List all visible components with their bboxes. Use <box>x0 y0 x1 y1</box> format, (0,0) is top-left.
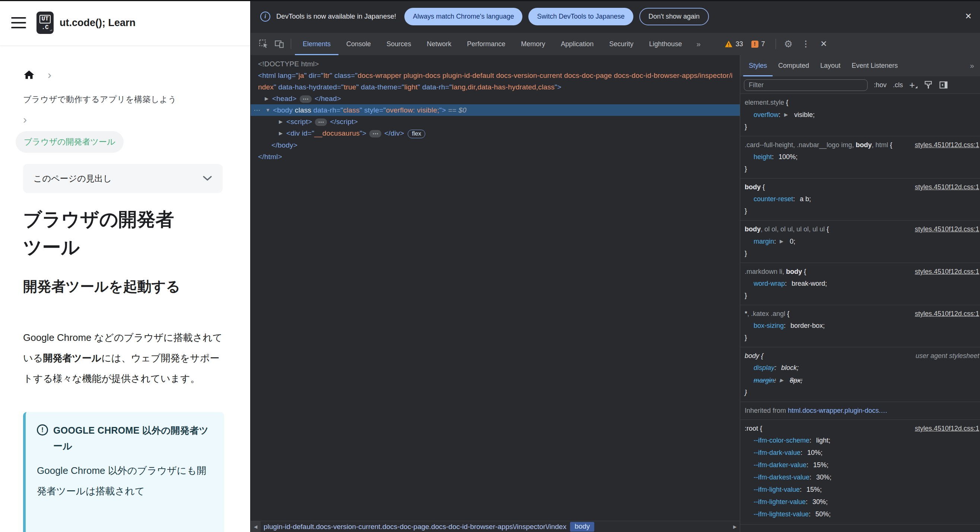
expand-arrow-icon[interactable]: ▶ <box>265 93 272 104</box>
inspect-element-icon[interactable] <box>256 36 271 52</box>
expand-arrow-icon[interactable]: ▶ <box>784 112 788 117</box>
tab-elements[interactable]: Elements <box>295 33 339 55</box>
settings-gear-icon[interactable]: ⚙ <box>780 38 797 50</box>
css-declaration[interactable]: counter-reset:a b; <box>740 193 980 205</box>
expand-arrow-icon[interactable]: ▶ <box>780 377 783 383</box>
doc-content: › ブラウザで動作するアプリを構築しよう › ブラウザの開発者ツール このページ… <box>0 69 250 532</box>
expand-ellipsis-icon[interactable]: ⋯ <box>300 96 312 103</box>
css-selector[interactable]: .markdown li, body { <box>745 266 912 277</box>
inherited-node-link[interactable]: html.docs-wrapper.plugin-docs.… <box>788 407 887 414</box>
dom-tree-node[interactable]: </body> <box>251 139 740 151</box>
stylesheet-link[interactable]: styles.4510f12d.css:1 <box>915 308 979 320</box>
tabbar-controls: ⚙ ⋮ ✕ <box>772 38 833 50</box>
css-declaration[interactable]: word-wrap:break-word; <box>740 277 980 290</box>
tab-performance[interactable]: Performance <box>459 33 513 55</box>
stylesheet-link[interactable]: styles.4510f12d.css:1 <box>915 266 979 277</box>
breadcrumb-current[interactable]: ブラウザの開発者ツール <box>16 131 124 153</box>
breadcrumb-scroll-right-icon[interactable]: ▶ <box>730 521 740 532</box>
tab-layout[interactable]: Layout <box>815 55 846 76</box>
dom-tree-node[interactable]: <!DOCTYPE html> <box>251 58 740 70</box>
device-toolbar-icon[interactable] <box>271 36 287 52</box>
tab-event-listeners[interactable]: Event Listeners <box>846 55 903 76</box>
breadcrumb-scroll-left-icon[interactable]: ◀ <box>251 521 261 532</box>
css-selector[interactable]: element.style { <box>745 97 979 108</box>
dom-tree-node[interactable]: </html> <box>251 151 740 162</box>
flex-adorner-badge[interactable]: flex <box>408 130 425 138</box>
dont-show-again-button[interactable]: Don't show again <box>639 8 709 25</box>
css-declaration[interactable]: margin:▶8px; <box>740 374 980 387</box>
expand-ellipsis-icon[interactable]: ⋯ <box>315 118 327 126</box>
css-declaration[interactable]: --ifm-darker-value:15%; <box>740 459 980 471</box>
dom-tree-node-selected[interactable]: ⋯▼<body class data-rh="class" style="ove… <box>251 104 740 116</box>
expand-arrow-icon[interactable]: ▼ <box>266 104 273 116</box>
tab-memory[interactable]: Memory <box>513 33 553 55</box>
css-selector[interactable]: body { <box>745 350 913 362</box>
expand-ellipsis-icon[interactable]: ⋯ <box>369 130 381 137</box>
expand-arrow-icon[interactable]: ▶ <box>279 127 286 139</box>
css-declaration[interactable]: height:100%; <box>740 151 980 163</box>
logo-return-icon: ⏎ <box>50 28 52 33</box>
tab-network[interactable]: Network <box>419 33 459 55</box>
stylesheet-link[interactable]: styles.4510f12d.css:1 <box>915 181 979 193</box>
tab-styles[interactable]: Styles <box>743 55 773 76</box>
toc-collapsible[interactable]: このページの見出し <box>23 164 223 193</box>
page-title: ブラウザの開発者ツール <box>23 205 183 261</box>
dom-tree-node[interactable]: ▶<script>⋯</script> <box>251 116 740 127</box>
dom-breadcrumb-bar: ◀ plugin-id-default.docs-version-current… <box>251 521 740 532</box>
css-declaration[interactable]: --ifm-dark-value:10%; <box>740 447 980 459</box>
css-declaration[interactable]: --ifm-color-scheme:light; <box>740 435 980 447</box>
css-declaration[interactable]: overflow:▶visible; <box>740 108 980 121</box>
tab-security[interactable]: Security <box>601 33 641 55</box>
css-declaration[interactable]: --ifm-lighter-value:30%; <box>740 496 980 508</box>
css-declaration[interactable]: box-sizing:border-box; <box>740 320 980 332</box>
breadcrumb-separator: › <box>48 69 51 80</box>
tab-sources[interactable]: Sources <box>379 33 419 55</box>
expand-arrow-icon[interactable]: ▶ <box>279 116 286 127</box>
warnings-badge[interactable]: 33 ! 7 <box>725 40 765 48</box>
css-rule: element.style {overflow:▶visible;} <box>740 94 980 136</box>
toggle-classes[interactable]: .cls <box>893 81 903 89</box>
breadcrumb-item[interactable]: ブラウザで動作するアプリを構築しよう <box>23 94 250 105</box>
css-declaration[interactable]: --ifm-darkest-value:30%; <box>740 471 980 484</box>
css-selector[interactable]: body, ol ol, ol ul, ul ol, ul ul { <box>745 223 912 235</box>
styles-filter-input[interactable] <box>744 80 867 91</box>
always-match-language-button[interactable]: Always match Chrome's language <box>404 8 523 25</box>
new-style-rule-icon[interactable]: + <box>909 81 918 89</box>
stylesheet-link[interactable]: styles.4510f12d.css:1 <box>915 139 979 151</box>
alert-circle-icon: ! <box>37 424 48 435</box>
stylesheet-link[interactable]: styles.4510f12d.css:1 <box>915 223 979 235</box>
css-declaration[interactable]: --ifm-lightest-value:50%; <box>740 508 980 521</box>
more-sidebar-tabs-icon[interactable]: » <box>970 62 975 70</box>
stylesheet-link[interactable]: styles.4510f12d.css:1 <box>915 422 979 435</box>
dom-breadcrumb-active[interactable]: body <box>570 522 594 532</box>
toggle-hover-state[interactable]: :hov <box>874 81 886 89</box>
sidebar-toggle-icon[interactable] <box>939 80 948 89</box>
home-icon[interactable] <box>23 69 35 80</box>
tab-computed[interactable]: Computed <box>773 55 815 76</box>
css-selector[interactable]: body { <box>745 181 912 193</box>
infobar-close-icon[interactable]: ✕ <box>965 11 972 21</box>
kebab-menu-icon[interactable]: ⋮ <box>797 39 814 49</box>
dom-tree-node[interactable]: ▶<head>⋯</head> <box>251 93 740 104</box>
site-title[interactable]: ut.code(); Learn <box>60 17 135 29</box>
dom-breadcrumb-path[interactable]: plugin-id-default.docs-version-current.d… <box>264 523 566 531</box>
tab-console[interactable]: Console <box>339 33 379 55</box>
css-selector[interactable]: :root { <box>745 422 912 435</box>
toc-label: このページの見出し <box>33 173 112 185</box>
css-declaration[interactable]: margin:▶0; <box>740 235 980 248</box>
css-declaration[interactable]: --ifm-light-value:15%; <box>740 484 980 496</box>
tab-lighthouse[interactable]: Lighthouse <box>641 33 690 55</box>
expand-arrow-icon[interactable]: ▶ <box>780 239 783 244</box>
dom-tree-node[interactable]: ▶<div id="__docusaurus">⋯</div>flex <box>251 127 740 139</box>
more-tabs-icon[interactable]: » <box>690 40 708 48</box>
brush-icon[interactable] <box>924 80 933 89</box>
tab-application[interactable]: Application <box>553 33 601 55</box>
dom-tree-node[interactable]: <html lang="ja" dir="ltr" class="docs-wr… <box>251 70 740 93</box>
css-selector[interactable]: .card--full-height, .navbar__logo img, b… <box>745 139 912 151</box>
css-declaration[interactable]: display:block; <box>740 362 980 374</box>
switch-devtools-japanese-button[interactable]: Switch DevTools to Japanese <box>528 8 633 25</box>
site-logo[interactable]: UT .C ⏎ <box>37 11 54 34</box>
devtools-close-icon[interactable]: ✕ <box>814 39 833 49</box>
css-selector[interactable]: *, .katex .angl { <box>745 308 912 320</box>
menu-hamburger-icon[interactable] <box>11 17 26 28</box>
